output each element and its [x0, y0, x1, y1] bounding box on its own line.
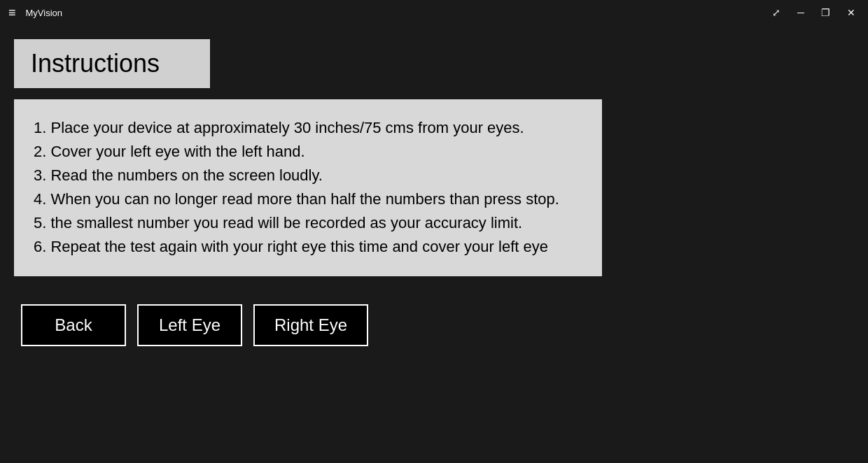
close-button[interactable]: ✕: [840, 4, 862, 21]
instruction-line-6: 6. Repeat the test again with your right…: [34, 235, 582, 259]
main-content: Instructions 1. Place your device at app…: [0, 25, 868, 463]
instructions-box: 1. Place your device at approximately 30…: [14, 99, 602, 276]
window-controls: ⤢ ─ ❐ ✕: [765, 4, 862, 21]
minimize-button[interactable]: ─: [790, 4, 811, 21]
instruction-line-3: 3. Read the numbers on the screen loudly…: [34, 164, 582, 187]
back-button[interactable]: Back: [21, 304, 126, 346]
resize-button[interactable]: ⤢: [765, 4, 788, 21]
instruction-line-5: 5. the smallest number you read will be …: [34, 211, 582, 235]
instruction-line-2: 2. Cover your left eye with the left han…: [34, 140, 582, 164]
maximize-button[interactable]: ❐: [814, 4, 837, 21]
right-eye-button[interactable]: Right Eye: [253, 304, 368, 346]
buttons-row: Back Left Eye Right Eye: [14, 304, 854, 346]
title-bar: ≡ MyVision ⤢ ─ ❐ ✕: [0, 0, 868, 25]
instruction-line-4: 4. When you can no longer read more than…: [34, 187, 582, 211]
title-bar-left: ≡ MyVision: [6, 4, 62, 22]
instructions-heading: Instructions: [14, 39, 210, 88]
instruction-line-1: 1. Place your device at approximately 30…: [34, 116, 582, 140]
left-eye-button[interactable]: Left Eye: [137, 304, 242, 346]
menu-icon[interactable]: ≡: [6, 4, 19, 22]
app-title: MyVision: [26, 8, 63, 18]
